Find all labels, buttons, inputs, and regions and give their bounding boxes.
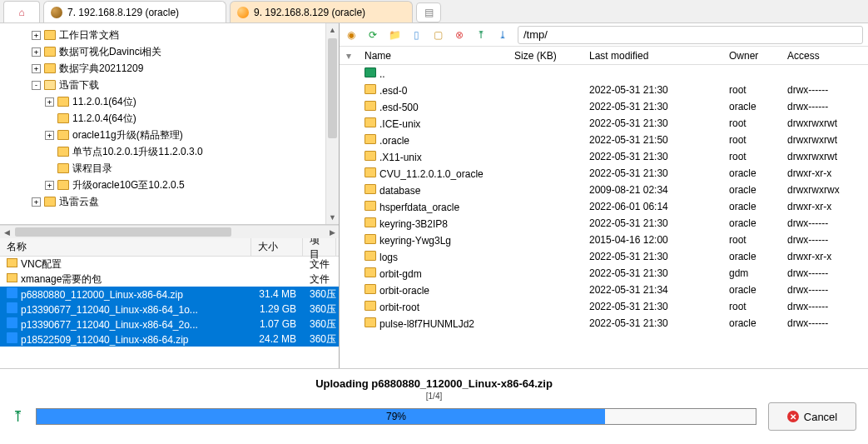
folder-find-icon[interactable]: 📁 — [388, 28, 401, 42]
tree-toggle-icon[interactable]: + — [32, 64, 41, 73]
file-name: logs — [379, 252, 398, 263]
scrollbar-vertical[interactable]: ▲ ▼ — [325, 23, 339, 224]
remote-file-row[interactable]: .oracle2022-05-31 21:50rootdrwxrwxrwt — [340, 132, 868, 148]
tree-node[interactable]: 11.2.0.4(64位) — [2, 110, 337, 127]
tree-toggle-icon[interactable]: - — [32, 81, 41, 90]
file-size: 1.07 GB — [251, 318, 303, 330]
remote-file-row[interactable]: CVU_11.2.0.1.0_oracle2022-05-31 21:30ora… — [340, 165, 868, 182]
tree-node[interactable]: +11.2.0.1(64位) — [2, 93, 337, 110]
file-access: drwx------ — [781, 234, 856, 246]
tree-node[interactable]: +工作日常文档 — [2, 27, 337, 43]
folder-icon — [365, 151, 376, 161]
col-type[interactable]: 项目 — [303, 238, 336, 256]
local-file-row[interactable]: p6880880_112000_Linux-x86-64.zip31.4 MB3… — [0, 287, 339, 302]
remote-file-row[interactable]: .X11-unix2022-05-31 21:30rootdrwxrwxrwt — [340, 148, 868, 165]
scroll-thumb[interactable] — [15, 227, 231, 237]
remote-file-list[interactable]: ...esd-02022-05-31 21:30rootdrwx------.e… — [340, 65, 868, 368]
file-modified: 2022-06-01 06:14 — [583, 201, 722, 212]
file-owner: root — [722, 234, 781, 246]
col-size[interactable]: Size (KB) — [508, 50, 583, 62]
local-file-row[interactable]: p18522509_112040_Linux-x86-64.zip24.2 MB… — [0, 332, 339, 347]
scroll-down-arrow[interactable]: ▼ — [326, 211, 339, 224]
file-modified: 2015-04-16 12:00 — [583, 234, 722, 246]
local-file-row[interactable]: p13390677_112040_Linux-x86-64_1o...1.29 … — [0, 302, 339, 317]
delete-icon[interactable]: ⊗ — [453, 28, 466, 42]
folder-icon — [365, 317, 376, 327]
folder-icon — [44, 80, 56, 90]
upload-icon[interactable]: ⤒ — [474, 28, 488, 42]
remote-file-row[interactable]: orbit-oracle2022-05-31 21:34oracledrwx--… — [340, 282, 868, 298]
back-icon[interactable]: ◉ — [345, 28, 358, 42]
file-owner: oracle — [722, 201, 781, 212]
folder-icon — [365, 234, 376, 244]
file-owner: oracle — [722, 101, 781, 112]
col-name[interactable]: Name — [358, 50, 508, 62]
tree-node[interactable]: +oracle11g升级(精品整理) — [2, 127, 337, 143]
sort-indicator[interactable]: ▾ — [340, 50, 358, 62]
tree-node[interactable]: 课程目录 — [2, 160, 337, 177]
file-type: 文件 — [303, 272, 336, 287]
col-modified[interactable]: Last modified — [583, 50, 722, 62]
tree-node[interactable]: -迅雷下载 — [2, 77, 337, 93]
col-owner[interactable]: Owner — [722, 50, 781, 62]
remote-file-row[interactable]: orbit-root2022-05-31 21:30rootdrwx------ — [340, 298, 868, 315]
remote-file-row[interactable]: hsperfdata_oracle2022-06-01 06:14oracled… — [340, 198, 868, 215]
remote-file-row[interactable]: pulse-l8f7HUNMLJd22022-05-31 21:30oracle… — [340, 315, 868, 332]
tree-toggle-icon[interactable]: + — [45, 181, 54, 190]
scroll-thumb[interactable] — [328, 38, 337, 138]
tree-node[interactable]: +数据字典20211209 — [2, 60, 337, 77]
tree-toggle-icon[interactable]: + — [32, 31, 41, 40]
scroll-left-arrow[interactable]: ◀ — [0, 226, 13, 238]
file-owner: root — [722, 301, 781, 312]
col-access[interactable]: Access — [781, 50, 856, 62]
scrollbar-horizontal[interactable]: ◀ ▶ — [0, 225, 339, 238]
local-file-row[interactable]: p13390677_112040_Linux-x86-64_2o...1.07 … — [0, 317, 339, 332]
folder-icon — [365, 217, 376, 227]
cancel-icon: ✕ — [787, 411, 799, 422]
upload-arrow-icon: ⤒ — [12, 407, 24, 426]
local-file-row[interactable]: xmanage需要的包文件 — [0, 272, 339, 287]
remote-file-row[interactable]: .esd-5002022-05-31 21:30oracledrwx------ — [340, 98, 868, 115]
file-access: drwxr-xr-x — [781, 167, 856, 179]
cancel-button[interactable]: ✕ Cancel — [768, 402, 856, 431]
parent-dir-row[interactable]: .. — [340, 65, 868, 82]
remote-file-row[interactable]: logs2022-05-31 21:30oracledrwxr-xr-x — [340, 248, 868, 265]
remote-file-row[interactable]: .esd-02022-05-31 21:30rootdrwx------ — [340, 82, 868, 98]
refresh-icon[interactable]: ⟳ — [366, 28, 379, 42]
remote-file-row[interactable]: database2009-08-21 02:34oracledrwxrwxrwx — [340, 182, 868, 198]
scroll-right-arrow[interactable]: ▶ — [325, 226, 339, 238]
new-folder-icon[interactable]: ▢ — [431, 28, 444, 42]
tree-toggle-icon[interactable]: + — [32, 197, 41, 207]
tree-toggle-icon[interactable]: + — [45, 131, 54, 140]
file-icon[interactable]: ▯ — [409, 28, 423, 42]
tab-session-9[interactable]: 9. 192.168.8.129 (oracle) — [230, 1, 413, 22]
tab-new[interactable]: ▤ — [416, 2, 441, 22]
zip-icon — [7, 332, 17, 343]
tree-node[interactable]: +迅雷云盘 — [2, 193, 337, 210]
local-pane: +工作日常文档+数据可视化Davinci相关+数据字典20211209-迅雷下载… — [0, 23, 340, 368]
remote-file-row[interactable]: keyring-3B2IP82022-05-31 21:30oracledrwx… — [340, 215, 868, 232]
scroll-up-arrow[interactable]: ▲ — [326, 23, 339, 37]
folder-tree[interactable]: +工作日常文档+数据可视化Davinci相关+数据字典20211209-迅雷下载… — [0, 23, 339, 225]
col-name[interactable]: 名称 — [0, 238, 251, 256]
tree-toggle-icon[interactable]: + — [45, 97, 54, 107]
tree-toggle-icon[interactable]: + — [32, 47, 41, 57]
tree-node[interactable]: +升级oracle10G至10.2.0.5 — [2, 177, 337, 193]
remote-path-input[interactable] — [518, 26, 863, 44]
tab-home[interactable]: ⌂ — [3, 1, 40, 22]
file-name: p18522509_112040_Linux-x86-64.zip — [21, 334, 189, 346]
folder-icon — [365, 284, 376, 294]
file-modified: 2022-05-31 21:50 — [583, 134, 722, 146]
download-icon[interactable]: ⤓ — [496, 28, 509, 42]
file-access: drwx------ — [781, 317, 856, 329]
local-file-row[interactable]: VNC配置文件 — [0, 257, 339, 272]
remote-file-row[interactable]: keyring-Ywg3Lg2015-04-16 12:00rootdrwx--… — [340, 232, 868, 248]
col-size[interactable]: 大小 — [251, 238, 303, 256]
tree-node[interactable]: +数据可视化Davinci相关 — [2, 43, 337, 60]
folder-icon — [365, 117, 376, 127]
file-name: database — [379, 185, 420, 197]
remote-file-row[interactable]: orbit-gdm2022-05-31 21:30gdmdrwx------ — [340, 265, 868, 282]
tree-node[interactable]: 单节点10.2.0.1升级11.2.0.3.0 — [2, 143, 337, 160]
remote-file-row[interactable]: .ICE-unix2022-05-31 21:30rootdrwxrwxrwt — [340, 115, 868, 132]
tab-session-7[interactable]: 7. 192.168.8.129 (oracle) — [43, 1, 226, 22]
